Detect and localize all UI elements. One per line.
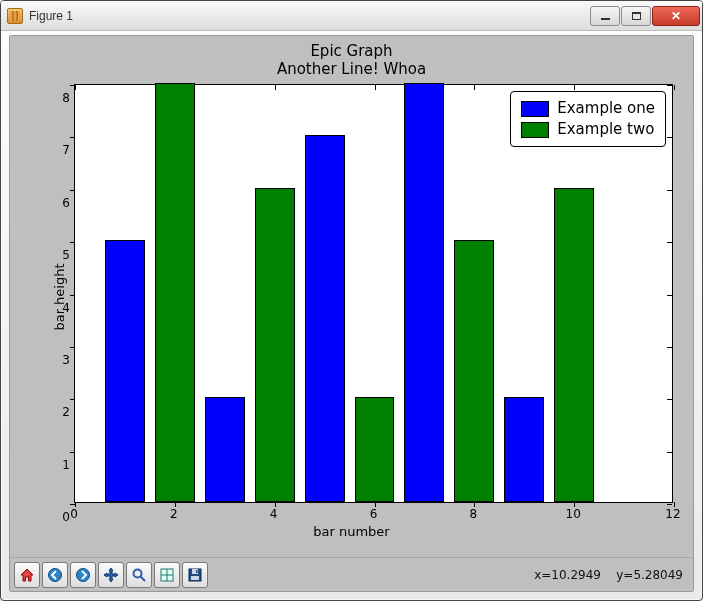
svg-line-3 [141, 576, 146, 581]
bar [305, 135, 345, 502]
legend-swatch [521, 101, 549, 117]
home-button[interactable] [14, 562, 40, 588]
y-tick-label: 7 [56, 143, 70, 157]
y-tick-label: 0 [56, 510, 70, 524]
x-tick-label: 0 [70, 507, 78, 521]
cursor-coords: x=10.2949 y=5.28049 [534, 568, 687, 582]
x-tick-label: 2 [170, 507, 178, 521]
y-tick-label: 2 [56, 405, 70, 419]
legend[interactable]: Example oneExample two [510, 91, 666, 147]
x-tick-label: 4 [270, 507, 278, 521]
y-tick-label: 1 [56, 458, 70, 472]
x-tick-label: 8 [470, 507, 478, 521]
chart-subtitle: Another Line! Whoa [277, 60, 426, 78]
svg-rect-9 [191, 576, 199, 580]
window-controls: ✕ [589, 6, 700, 26]
subplots-button[interactable] [154, 562, 180, 588]
window-title: Figure 1 [29, 9, 73, 23]
pan-button[interactable] [98, 562, 124, 588]
bar [155, 83, 195, 502]
legend-label: Example one [557, 98, 655, 119]
y-tick-label: 3 [56, 353, 70, 367]
back-button[interactable] [42, 562, 68, 588]
svg-rect-10 [196, 570, 198, 573]
y-tick-label: 4 [56, 301, 70, 315]
bar [105, 240, 145, 502]
figure-area: Epic Graph Another Line! Whoa bar height… [10, 36, 693, 557]
cursor-x: x=10.2949 [534, 568, 601, 582]
bar [205, 397, 245, 502]
maximize-button[interactable] [621, 6, 651, 26]
forward-button[interactable] [70, 562, 96, 588]
svg-point-0 [49, 568, 62, 581]
legend-swatch [521, 122, 549, 138]
chart-title: Epic Graph [277, 42, 426, 60]
minimize-button[interactable] [590, 6, 620, 26]
figure-window: Figure 1 ✕ Epic Graph Another Line! Whoa… [0, 0, 703, 601]
legend-item: Example two [521, 119, 655, 140]
x-tick-label: 6 [370, 507, 378, 521]
save-button[interactable] [182, 562, 208, 588]
x-axis-label: bar number [313, 524, 389, 539]
toolbar: x=10.2949 y=5.28049 [10, 557, 693, 591]
client-area: Epic Graph Another Line! Whoa bar height… [9, 35, 694, 592]
bar [454, 240, 494, 502]
y-tick-label: 5 [56, 248, 70, 262]
y-tick-label: 6 [56, 196, 70, 210]
bar [355, 397, 395, 502]
close-button[interactable]: ✕ [652, 6, 700, 26]
bar [554, 188, 594, 502]
plot-area[interactable]: Example oneExample two [74, 84, 673, 503]
cursor-y: y=5.28049 [616, 568, 683, 582]
legend-item: Example one [521, 98, 655, 119]
svg-point-2 [134, 569, 142, 577]
bar [255, 188, 295, 502]
svg-point-1 [77, 568, 90, 581]
titlebar[interactable]: Figure 1 ✕ [1, 1, 702, 31]
bar [504, 397, 544, 502]
x-tick-label: 10 [566, 507, 581, 521]
legend-label: Example two [557, 119, 654, 140]
chart-titles: Epic Graph Another Line! Whoa [277, 42, 426, 78]
x-tick-label: 12 [665, 507, 680, 521]
bar [404, 83, 444, 502]
zoom-button[interactable] [126, 562, 152, 588]
y-axis-label: bar height [52, 263, 67, 330]
y-tick-label: 8 [56, 91, 70, 105]
app-icon [7, 8, 23, 24]
